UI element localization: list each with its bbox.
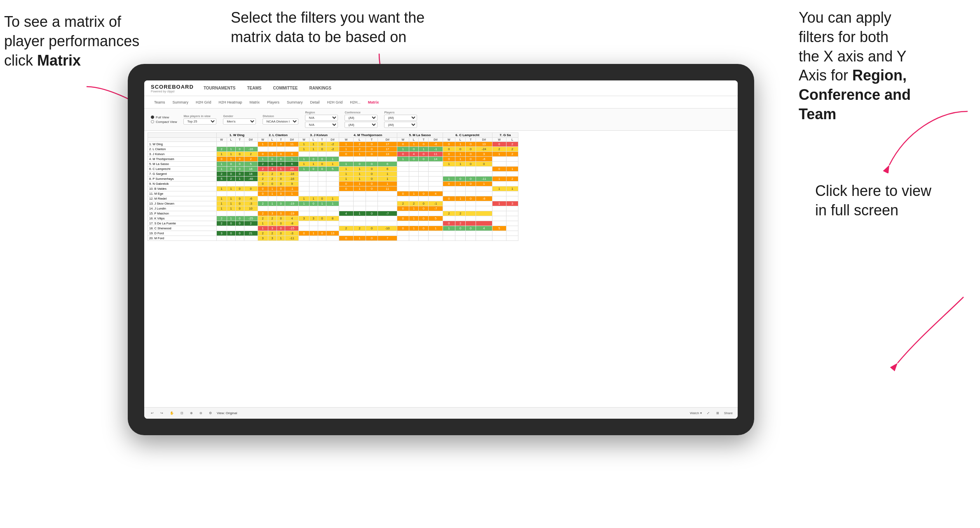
cell-r16-g1-c1: 1 — [268, 221, 277, 226]
cell-r10-g6-c1 — [506, 191, 518, 196]
cell-r17-g2-c3 — [326, 226, 339, 231]
ann-center-line2: matrix data to be based on — [231, 28, 406, 45]
cell-r1-g2-c1: 1 — [309, 147, 318, 152]
cell-r8-g4-c3 — [429, 182, 443, 186]
nav-teams[interactable]: TEAMS — [246, 85, 263, 91]
cell-r3-g5-c0: 0 — [443, 157, 455, 162]
cell-r13-g1-c1 — [268, 206, 277, 211]
filter-players-x-select[interactable]: (All) — [384, 115, 417, 121]
cell-r3-g6-c1 — [506, 157, 518, 162]
cell-r18-g2-c0: 0 — [299, 231, 309, 236]
cell-r13-g5-c1 — [455, 206, 465, 211]
cell-r4-g3-c2: 0 — [366, 162, 377, 167]
sub-nav-matrix-active[interactable]: Matrix — [365, 99, 382, 106]
expand-icon[interactable]: ⤢ — [705, 410, 711, 416]
cell-r6-g5-c2 — [466, 172, 476, 177]
cell-r0-g3-c1: 2 — [354, 142, 366, 147]
filter-max-select[interactable]: Top 25 — [183, 118, 216, 125]
cell-r5-g2-c2: 0 — [318, 167, 326, 172]
share-button[interactable]: Share — [724, 411, 733, 415]
cell-r18-g2-c1: 1 — [309, 231, 318, 236]
cell-r12-g2-c1: 0 — [309, 201, 318, 206]
zoom-out-icon[interactable]: ⊖ — [198, 410, 204, 416]
cell-r1-g4-c2: 1 — [419, 147, 429, 152]
sh-t6: T — [466, 138, 476, 142]
sub-nav-teams[interactable]: Teams — [151, 99, 169, 106]
sh-d3: Dif — [326, 138, 339, 142]
cell-r0-g0-c2 — [235, 142, 244, 147]
sub-nav-detail[interactable]: Detail — [307, 99, 323, 106]
matrix-content-area[interactable]: 1. W Ding 2. L Clanton 3. J Koivun 4. M … — [144, 131, 738, 407]
sub-nav-h2hmore[interactable]: H2H... — [347, 99, 364, 106]
cell-r12-g3-c1 — [354, 201, 366, 206]
filter-gender-select[interactable]: Men's — [223, 118, 256, 125]
cell-r1-g4-c3: -1 — [429, 147, 443, 152]
cell-r2-g3-c3: 13 — [378, 152, 397, 157]
filter-conference-y-select[interactable]: (All) — [345, 122, 377, 128]
sub-nav-summary[interactable]: Summary — [169, 99, 192, 106]
cell-r16-g5-c0: 0 — [443, 221, 455, 226]
filter-region-y-select[interactable]: N/A — [305, 122, 338, 128]
cell-r3-g4-c2: 0 — [419, 157, 429, 162]
filter-division-select[interactable]: NCAA Division I — [263, 118, 298, 125]
cell-r17-g3-c0: 2 — [339, 226, 354, 231]
cell-r16-g1-c3: -8 — [285, 221, 299, 226]
nav-rankings[interactable]: RANKINGS — [308, 85, 333, 91]
settings-icon[interactable]: ⚙ — [207, 410, 213, 416]
undo-icon[interactable]: ↩ — [149, 410, 155, 416]
filter-region-x-select[interactable]: N/A — [305, 115, 338, 121]
cell-r13-g1-c0 — [258, 206, 268, 211]
cell-r15-g0-c1: 1 — [227, 216, 235, 221]
cell-r1-g0-c0: 2 — [216, 147, 227, 152]
cell-r15-g5-c0 — [443, 216, 455, 221]
cell-r0-g2-c0: 1 — [299, 142, 309, 147]
sub-nav-h2hgrid[interactable]: H2H Grid — [192, 99, 215, 106]
cell-r18-g1-c0: 2 — [258, 231, 268, 236]
nav-committee[interactable]: COMMITTEE — [272, 85, 300, 91]
grid-icon[interactable]: ⊞ — [715, 410, 721, 416]
sh-l7: L — [506, 138, 518, 142]
zoom-fit-icon[interactable]: ⊡ — [179, 410, 185, 416]
cell-r8-g5-c1: 1 — [455, 182, 465, 186]
row-name-0: 1. W Ding — [148, 142, 217, 147]
cell-r12-g2-c2: 1 — [318, 201, 326, 206]
cell-r2-g0-c1: 1 — [227, 152, 235, 157]
filter-division-label: Division — [263, 115, 298, 118]
cell-r17-g2-c0 — [299, 226, 309, 231]
sh-l4: L — [354, 138, 366, 142]
hand-icon[interactable]: ✋ — [168, 410, 176, 416]
cell-r19-g3-c0: 0 — [339, 236, 354, 241]
cell-r19-g0-c0 — [216, 236, 227, 241]
cell-r3-g3-c0 — [339, 157, 354, 162]
cell-r13-g5-c2 — [466, 206, 476, 211]
cell-r7-g4-c1 — [409, 177, 419, 182]
cell-r1-g2-c2: 0 — [318, 147, 326, 152]
cell-r17-g1-c3: -15 — [285, 226, 299, 231]
sh-w3: W — [299, 138, 309, 142]
compact-view-option[interactable]: Compact View — [151, 120, 177, 124]
sub-nav-summary2[interactable]: Summary — [284, 99, 306, 106]
sub-nav-h2hgrid2[interactable]: H2H Grid — [324, 99, 346, 106]
cell-r4-g0-c2: 0 — [235, 162, 244, 167]
cell-r8-g3-c1: 1 — [354, 182, 366, 186]
cell-r11-g6-c1 — [506, 196, 518, 201]
watch-button[interactable]: Watch ▾ — [690, 411, 702, 415]
cell-r8-g1-c0: 0 — [258, 182, 268, 186]
cell-r16-g5-c1: 2 — [455, 221, 465, 226]
cell-r19-g4-c2 — [419, 236, 429, 241]
zoom-in-icon[interactable]: ⊕ — [188, 410, 195, 416]
cell-r16-g5-c2 — [466, 221, 476, 226]
cell-r8-g3-c2: 0 — [366, 182, 377, 186]
full-view-option[interactable]: Full View — [151, 116, 177, 119]
cell-r18-g4-c3 — [429, 231, 443, 236]
sub-nav-players[interactable]: Players — [264, 99, 283, 106]
nav-tournaments[interactable]: TOURNAMENTS — [202, 85, 237, 91]
sub-nav-matrix-left[interactable]: Matrix — [246, 99, 263, 106]
filter-players-y-select[interactable]: (All) — [384, 122, 417, 128]
cell-r10-g2-c3 — [326, 191, 339, 196]
redo-icon[interactable]: ↪ — [159, 410, 165, 416]
filter-conference-x-select[interactable]: (All) — [345, 115, 377, 121]
cell-r11-g6-c0 — [492, 196, 506, 201]
sub-nav-h2hheatmap[interactable]: H2H Heatmap — [216, 99, 246, 106]
cell-r14-g1-c0: 2 — [258, 211, 268, 216]
